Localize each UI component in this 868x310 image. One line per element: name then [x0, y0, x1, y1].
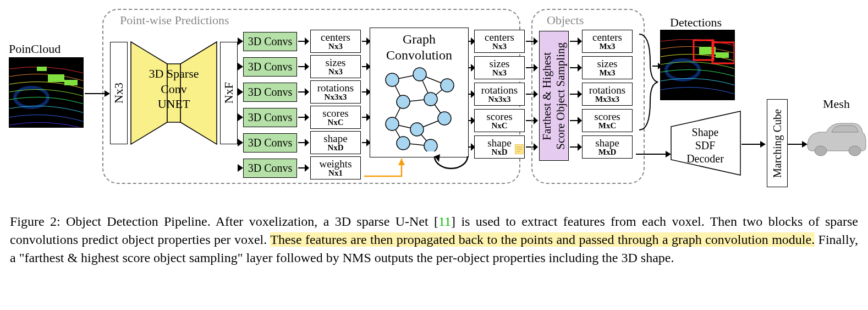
svg-marker-25 [305, 113, 309, 121]
pred-weights: weightsNx1 [310, 156, 361, 180]
unet-label: 3D Sparse Conv UNET [135, 66, 212, 112]
svg-marker-60 [398, 159, 405, 165]
svg-point-53 [424, 93, 437, 106]
arrow-icon [570, 90, 582, 98]
svg-point-49 [386, 73, 399, 86]
pred-name: rotations [481, 85, 518, 95]
brace-icon [637, 30, 660, 134]
svg-marker-101 [666, 151, 671, 157]
arrow-icon [298, 164, 309, 172]
nxf-block: NxF [220, 42, 238, 144]
mesh-label: Mesh [823, 97, 850, 111]
nx3-label: Nx3 [112, 83, 126, 104]
svg-marker-33 [238, 164, 243, 172]
decoder-label: Shape SDF Decoder [678, 126, 733, 165]
arrow-icon [570, 117, 582, 124]
pred-dim: NxD [327, 144, 343, 152]
marching-cube-block: Marching Cube [767, 99, 788, 187]
graphconv-label: Graph Convolution [370, 28, 468, 63]
pred-dim: Nx1 [328, 169, 343, 177]
svg-point-106 [815, 146, 827, 156]
pred-dim: Nx3 [328, 68, 343, 76]
pred-name: scores [486, 111, 512, 122]
arrow-icon [238, 37, 243, 45]
pred2-scores: scoresNxC [474, 109, 525, 132]
svg-point-50 [413, 68, 426, 81]
svg-marker-82 [578, 37, 582, 45]
figure-2-diagram: PoinCloud Point-wise Predictions Nx3 [0, 0, 868, 198]
conv-block: 3D Convs [243, 57, 297, 77]
svg-marker-109 [105, 90, 110, 97]
marching-cube-label: Marching Cube [771, 109, 784, 178]
figure-caption: Figure 2: Object Detection Pipeline. Aft… [0, 198, 868, 273]
pred-name: rotations [317, 83, 354, 93]
pred-name: rotations [589, 85, 626, 95]
arrow-icon [298, 139, 309, 146]
selfloop-arrow-icon [424, 154, 479, 182]
sampler-label: Farthest & Highest Score Object Sampling [540, 42, 568, 150]
arrow-icon [298, 88, 309, 96]
pred-dim: Nx3 [492, 69, 507, 77]
graph-icon [370, 63, 469, 151]
svg-marker-13 [238, 63, 243, 70]
nxf-label: NxF [222, 82, 236, 104]
pred-dim: Mx3 [599, 69, 615, 77]
arrow-icon [298, 37, 309, 45]
arrow-icon [298, 113, 309, 121]
pred-dim: Nx3x3 [488, 95, 511, 104]
svg-marker-84 [578, 64, 582, 72]
arrow-icon [298, 63, 309, 70]
pred-name: weights [319, 159, 351, 169]
pred-dim: NxC [491, 122, 507, 130]
svg-point-58 [424, 139, 437, 151]
svg-marker-8 [238, 37, 243, 45]
pred-name: centers [592, 32, 622, 42]
pred-scores: scoresNxC [310, 106, 361, 129]
pred-dim: Nx3 [492, 42, 507, 51]
weights-arrow-icon [363, 154, 429, 181]
note-icon [515, 144, 524, 154]
pred-name: sizes [490, 58, 510, 69]
pred-dim: Nx3 [328, 42, 343, 51]
pointcloud-thumbnail [9, 57, 84, 128]
svg-marker-15 [305, 63, 309, 70]
svg-rect-3 [64, 80, 78, 85]
svg-marker-86 [578, 90, 582, 98]
svg-marker-20 [305, 88, 309, 96]
pred-name: centers [321, 32, 350, 42]
mesh-thumbnail [802, 112, 867, 162]
arrow-pc-nx3 [85, 88, 110, 99]
pred-centers: centersNx3 [310, 30, 361, 53]
sampler-block: Farthest & Highest Score Object Sampling [539, 31, 569, 161]
arrow-icon [570, 37, 582, 45]
pred2-rotations: rotationsNx3x3 [474, 83, 525, 106]
arrow-decoder-marching [741, 139, 766, 150]
pred-dim: MxD [598, 148, 617, 156]
svg-marker-35 [305, 164, 309, 172]
svg-marker-23 [238, 113, 243, 121]
svg-point-56 [410, 123, 424, 136]
pred2-sizes: sizesNx3 [474, 56, 525, 79]
pred-name: scores [594, 111, 620, 122]
pred3-scores: scoresMxC [582, 109, 633, 132]
arrow-icon [238, 164, 243, 172]
svg-marker-103 [760, 141, 766, 148]
pred-name: shape [595, 138, 619, 148]
svg-point-57 [397, 137, 410, 150]
caption-head: Figure 2: Object Detection Pipeline. Aft… [10, 214, 438, 229]
arrow-icon [238, 88, 243, 96]
conv-block: 3D Convs [243, 159, 297, 178]
svg-point-107 [849, 146, 861, 156]
pred-name: sizes [326, 57, 346, 68]
pred-name: sizes [597, 58, 618, 69]
conv-block: 3D Convs [243, 133, 297, 153]
pred-name: shape [323, 133, 347, 144]
arrow-icon [238, 113, 243, 121]
citation-link[interactable]: 11 [438, 214, 451, 229]
arrow-icon [570, 64, 582, 72]
svg-marker-98 [658, 63, 662, 69]
caption-highlight: These features are then propagated back … [270, 232, 815, 247]
pred2-centers: centersNx3 [474, 30, 525, 53]
pred-dim: MxC [598, 122, 617, 130]
svg-point-54 [386, 117, 399, 130]
